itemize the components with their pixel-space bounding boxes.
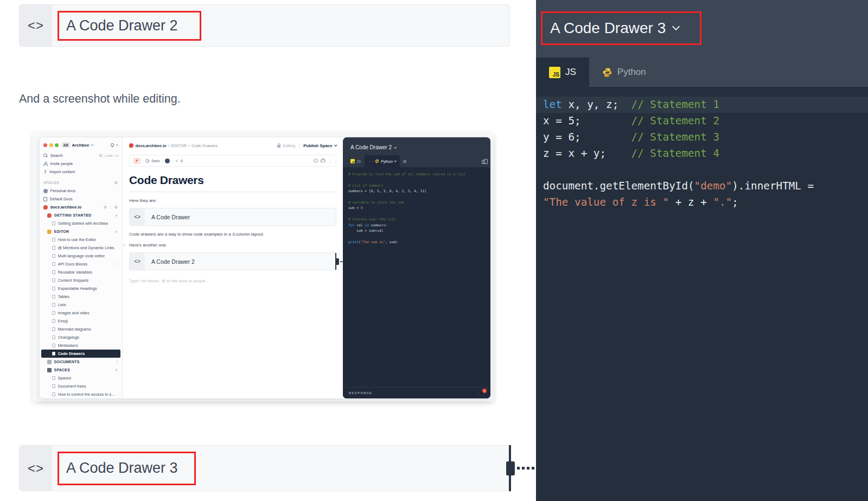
import-icon: ↥ (43, 170, 47, 174)
lock-icon (277, 145, 280, 148)
tab-python[interactable]: Python (589, 58, 659, 87)
chevron-down-icon (394, 145, 397, 148)
drawer-title: A Code Drawer 3 (66, 460, 178, 477)
editing-label: Editing (283, 143, 295, 148)
doc-icon (52, 335, 55, 340)
drawer-code[interactable]: let x, y, z; // Statement 1x = 5; // Sta… (536, 87, 868, 501)
js-logo-icon: JS (549, 67, 560, 78)
sidebar-item: Spaces (40, 374, 122, 382)
intercom-icon: 1 (478, 390, 484, 396)
tab-label: Python (617, 67, 646, 78)
doc-icon (52, 238, 55, 242)
drawer-panel-title[interactable]: A Code Drawer 3 (550, 20, 666, 37)
spaces-icon (47, 368, 52, 372)
close-icon (43, 143, 47, 147)
read-time: 0min (151, 159, 159, 163)
doc-icon (52, 303, 55, 307)
doc-icon (52, 376, 55, 380)
rocket-icon (47, 213, 52, 218)
sidebar-item: Getting started with Archbee (40, 219, 122, 227)
sidebar-item: Tables (40, 293, 122, 301)
breadcrumb-page: Code Drawers (192, 143, 218, 148)
annotation-box: A Code Drawer 2 (58, 11, 201, 41)
check-icon: ✓ (314, 158, 318, 163)
doc-paragraph: Here they are: (129, 198, 336, 203)
doc-icon (52, 311, 55, 315)
js-logo-icon: JS (350, 159, 355, 163)
mini-tab-js: JS JS (347, 155, 365, 167)
sidebar-item: docs.archbee.io⚙ ⋮ ⊞ (40, 203, 122, 211)
code-icon: <> (130, 253, 145, 270)
plus-icon: ⊞ (114, 181, 118, 185)
drag-handle[interactable] (506, 461, 515, 475)
chevron-down-icon (91, 143, 93, 146)
code-drawer-block-3[interactable]: <> A Code Drawer 3 (19, 445, 510, 491)
python-logo-icon (375, 159, 379, 163)
code-drawer-panel: A Code Drawer 3 JS JS Python let x, y, z… (536, 0, 868, 501)
mini-panel-title: A Code Drawer 2 (343, 137, 490, 155)
drawer-body: A Code Drawer 3 (52, 446, 509, 491)
editor-status: Editing Publish Space (277, 143, 336, 148)
paragraph: And a screenshot while editing. (19, 92, 181, 106)
code-icon: <> (20, 5, 52, 46)
book-icon (43, 197, 47, 201)
chevron-down-icon[interactable] (672, 23, 680, 30)
drag-dots-icon: ⋮⋮ (368, 160, 373, 163)
drawer-title: A Code Drawer (145, 208, 190, 225)
sidebar-item: DOCUMENTS› (40, 358, 122, 366)
doc-meta-bar: P | 0min | | ↙ 0 ✓ ⋮ (129, 155, 336, 167)
code-drawer-block-2[interactable]: <> A Code Drawer 2 (19, 4, 510, 47)
workspace-actions: ⚙ ⋮ ⊞ (104, 205, 118, 210)
doc-icon (52, 327, 55, 332)
drawer-title: A Code Drawer 2 (66, 17, 178, 34)
mini-sidebar-list: Search⌘ + shift + FInvite people↥Import … (40, 151, 122, 398)
publish-space-button: Publish Space (303, 143, 332, 148)
tab-js[interactable]: JS JS (536, 58, 589, 87)
mini-drawer-panel: A Code Drawer 2 JS JS ⋮⋮ Python (343, 137, 490, 398)
sidebar-item: Changelogs (40, 333, 122, 341)
python-logo-icon (602, 67, 612, 78)
sidebar-item: SPACES⊞ (40, 179, 122, 187)
screenshot-image[interactable]: AR Archbee « Search⌘ + shift + FInvite p… (33, 133, 494, 402)
doc-icon (52, 246, 55, 250)
doc-icon (52, 384, 55, 389)
mini-tab-python: ⋮⋮ Python (365, 155, 400, 167)
doc-icon (52, 262, 55, 267)
stats-icon: ↙ (175, 158, 178, 163)
sidebar-item: Mermaid diagrams (40, 325, 122, 333)
mini-editor: docs.archbee.io / EDITOR / Code Drawers … (123, 137, 343, 398)
cloud-icon (320, 159, 326, 162)
mini-code-drawer-1: <> A Code Drawer (129, 208, 336, 226)
sidebar-item: How to control the access to s... (40, 390, 122, 398)
connector-dots (517, 467, 535, 470)
mini-panel-footer: RESPONSE 1 (343, 387, 490, 398)
panel-header: A Code Drawer 3 (536, 0, 868, 58)
tab-label: JS (565, 67, 576, 78)
annotation-box: A Code Drawer 3 (58, 452, 196, 485)
code-icon: <> (130, 208, 145, 225)
sidebar-item: Reusable Variables (40, 268, 122, 276)
annotation-box: A Code Drawer 3 (541, 11, 701, 45)
sidebar-item: ↥Import content (40, 168, 122, 176)
sidebar-item: API Docs Blocks› (40, 260, 122, 268)
breadcrumb-site: docs.archbee.io (136, 143, 167, 148)
editor-placeholder: Type / for blocks, @ to link docs or peo… (129, 278, 336, 283)
sidebar-item: EDITOR∨ (40, 227, 122, 236)
sidebar-item: Images and video (40, 309, 122, 317)
view-count: 0 (181, 159, 183, 163)
sidebar-item: Emoji (40, 317, 122, 325)
doc-icon (52, 270, 55, 275)
doc-icon (52, 344, 55, 348)
mini-panel-tabs: JS JS ⋮⋮ Python ⊞ (343, 155, 490, 167)
search-icon (43, 154, 48, 158)
doc-paragraph: ≡ Here's another one. (129, 243, 336, 248)
workspace-name: Archbee (72, 143, 89, 148)
document-canvas: <> A Code Drawer 2 And a screenshot whil… (0, 0, 532, 501)
documents-icon (47, 360, 52, 364)
drag-handle (335, 258, 339, 265)
chevron-icon: › (117, 360, 118, 364)
sidebar-item: Code Drawers (41, 350, 120, 358)
sidebar-item: Content Snippets (40, 276, 122, 284)
sidebar-item: How to use the Editor (40, 236, 122, 244)
chevron-icon: › (117, 262, 118, 266)
